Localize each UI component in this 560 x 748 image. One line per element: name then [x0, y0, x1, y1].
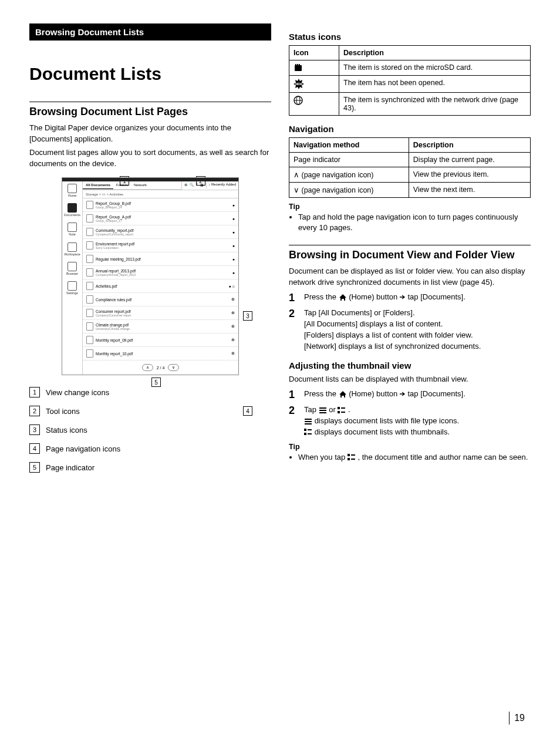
step-number: 2: [289, 405, 298, 438]
new-icon: NEW: [294, 79, 304, 89]
svg-rect-0: [295, 65, 302, 71]
list-item: Monthly report_10.pdf⊕: [83, 347, 238, 360]
list-thumb-icon: [304, 429, 312, 436]
microsd-icon: [294, 64, 303, 72]
body-text: Document list pages allow you to sort do…: [29, 147, 271, 170]
list-lines-icon: [319, 407, 327, 414]
tip-text: When you tap , the document title and au…: [298, 452, 531, 463]
callout-3: 3: [243, 311, 252, 321]
page-title: Document Lists: [29, 64, 271, 84]
step-number: 1: [289, 389, 298, 402]
device-screenshot: HomeDocumentsNoteWorkspaceBrowserSetting…: [62, 177, 239, 375]
svg-rect-1: [295, 64, 296, 66]
callout-5: 5: [151, 378, 161, 387]
list-item: Monthly report_09.pdf⊕: [83, 333, 238, 347]
list-thumb-icon: [348, 454, 356, 461]
svg-text:NEW: NEW: [295, 82, 302, 86]
body-text: The Digital Paper device organizes your …: [29, 123, 271, 145]
page-indicator: 2 / 4: [157, 366, 165, 370]
arrow-right-icon: [400, 295, 406, 299]
status-icons-table: IconDescription The item is stored on th…: [289, 45, 531, 116]
list-lines-icon: [304, 418, 312, 425]
tip-label: Tip: [289, 443, 531, 451]
step-number: 1: [289, 292, 298, 305]
step-text: Tap [All Documents] or [Folders]. [All D…: [304, 308, 531, 352]
list-item: Activities.pdf● ⌂: [83, 279, 238, 293]
status-icons-heading: Status icons: [289, 32, 531, 42]
list-item: Consumer report.pdfCompany/Consumer repo…: [83, 306, 238, 320]
list-item: Report_Group_A.pdfGroup_A/Report_17●: [83, 212, 238, 225]
tip-label: Tip: [289, 203, 531, 211]
home-icon: [339, 390, 347, 398]
step-text: Press the (Home) button tap [Documents].: [304, 389, 531, 402]
breadcrumb: Storage > ▭ > Activities: [83, 190, 238, 198]
list-thumb-icon: [338, 407, 346, 414]
svg-rect-21: [304, 433, 306, 435]
step-text: Tap or . displays document lists with fi…: [304, 405, 531, 438]
svg-rect-3: [299, 64, 300, 66]
body-text: Document lists can be displayed with thu…: [289, 374, 531, 385]
arrow-right-icon: [400, 392, 406, 396]
legend: 1View change icons2Tool icons3Status ico…: [29, 387, 271, 473]
home-icon: [339, 294, 347, 301]
list-item: Community_report.pdfCompany/Community_re…: [83, 225, 238, 239]
section-bar: Browsing Document Lists: [29, 23, 271, 41]
list-item: Annual report_2013.pdfCompany/Annual_rep…: [83, 266, 238, 279]
tip-text: Tap and hold the page navigation icon to…: [298, 212, 531, 233]
navigation-table: Navigation methodDescription Page indica…: [289, 137, 531, 198]
network-sync-icon: [294, 96, 303, 105]
svg-rect-19: [304, 429, 306, 431]
list-item: Climate change.pdfUniversity/Climate cha…: [83, 320, 238, 333]
navigation-heading: Navigation: [289, 124, 531, 134]
list-item: Environment report.pdfSony Corporation●: [83, 239, 238, 252]
subsection-heading: Browsing in Document View and Folder Vie…: [289, 245, 531, 261]
subsection-heading: Browsing Document List Pages: [29, 102, 271, 118]
step-number: 2: [289, 308, 298, 352]
list-item: Compliance rules.pdf⊕: [83, 293, 238, 306]
body-text: Document can be displayed as list or fol…: [289, 266, 531, 288]
list-item: Report_Group_B.pdfGroup_B/Report_14●: [83, 198, 238, 212]
svg-rect-2: [297, 64, 298, 66]
thumbnail-heading: Adjusting the thumbnail view: [289, 360, 531, 370]
svg-rect-25: [348, 458, 350, 460]
svg-rect-14: [338, 411, 340, 413]
callout-4: 4: [243, 406, 252, 416]
svg-rect-12: [338, 407, 340, 409]
svg-rect-23: [348, 454, 350, 456]
step-text: Press the (Home) button tap [Documents].: [304, 292, 531, 305]
list-item: Regular meeting_2013.pdf●: [83, 252, 238, 266]
